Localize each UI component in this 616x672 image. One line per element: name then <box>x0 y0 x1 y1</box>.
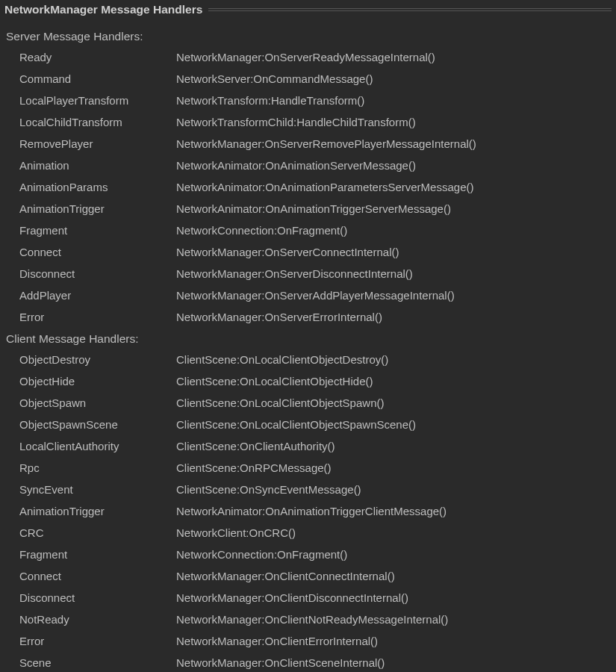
server-label: RemovePlayer <box>19 135 176 153</box>
server-label: LocalPlayerTransform <box>19 92 176 110</box>
header-rule <box>208 8 612 11</box>
server-value: NetworkServer:OnCommandMessage() <box>176 70 373 88</box>
server-row: AnimationTriggerNetworkAnimator:OnAnimat… <box>4 198 612 220</box>
client-value: NetworkAnimator:OnAnimationTriggerClient… <box>176 503 447 520</box>
client-row: AnimationTriggerNetworkAnimator:OnAnimat… <box>4 500 612 522</box>
server-row: LocalChildTransformNetworkTransformChild… <box>4 111 612 133</box>
server-row: AddPlayerNetworkManager:OnServerAddPlaye… <box>4 284 612 306</box>
client-value: NetworkManager:OnClientConnectInternal() <box>176 567 395 585</box>
client-row: ConnectNetworkManager:OnClientConnectInt… <box>4 565 612 587</box>
server-label: Disconnect <box>19 265 176 283</box>
server-value: NetworkManager:OnServerErrorInternal() <box>176 308 382 326</box>
client-row: LocalClientAuthorityClientScene:OnClient… <box>4 435 612 457</box>
server-row: LocalPlayerTransformNetworkTransform:Han… <box>4 90 612 111</box>
client-handlers-list: ObjectDestroyClientScene:OnLocalClientOb… <box>4 349 612 672</box>
server-value: NetworkAnimator:OnAnimationServerMessage… <box>176 157 416 175</box>
server-value: NetworkManager:OnServerReadyMessageInter… <box>176 49 435 66</box>
server-handlers-list: ReadyNetworkManager:OnServerReadyMessage… <box>4 46 612 328</box>
server-value: NetworkConnection:OnFragment() <box>176 222 347 240</box>
server-label: AnimationParams <box>19 178 176 196</box>
client-label: Connect <box>19 567 176 585</box>
server-row: ReadyNetworkManager:OnServerReadyMessage… <box>4 46 612 68</box>
server-value: NetworkAnimator:OnAnimationParametersSer… <box>176 178 473 196</box>
client-label: Rpc <box>19 459 176 477</box>
server-row: AnimationParamsNetworkAnimator:OnAnimati… <box>4 176 612 198</box>
client-value: ClientScene:OnLocalClientObjectSpawnScen… <box>176 416 416 434</box>
client-row: SceneNetworkManager:OnClientSceneInterna… <box>4 652 612 672</box>
server-value: NetworkTransform:HandleTransform() <box>176 92 364 110</box>
server-row: ErrorNetworkManager:OnServerErrorInterna… <box>4 306 612 328</box>
server-label: Animation <box>19 157 176 175</box>
client-value: NetworkManager:OnClientDisconnectInterna… <box>176 589 408 607</box>
client-row: RpcClientScene:OnRPCMessage() <box>4 457 612 479</box>
panel-content: Server Message Handlers: ReadyNetworkMan… <box>0 18 616 672</box>
server-value: NetworkManager:OnServerDisconnectInterna… <box>176 265 413 283</box>
client-value: NetworkClient:OnCRC() <box>176 524 296 542</box>
client-label: CRC <box>19 524 176 542</box>
client-label: ObjectSpawn <box>19 394 176 412</box>
client-value: ClientScene:OnSyncEventMessage() <box>176 481 361 499</box>
server-value: NetworkManager:OnServerRemovePlayerMessa… <box>176 135 476 153</box>
client-row: ObjectSpawnSceneClientScene:OnLocalClien… <box>4 414 612 435</box>
server-row: CommandNetworkServer:OnCommandMessage() <box>4 68 612 90</box>
server-label: LocalChildTransform <box>19 113 176 131</box>
server-row: AnimationNetworkAnimator:OnAnimationServ… <box>4 155 612 176</box>
panel-header: NetworkManager Message Handlers <box>0 0 616 18</box>
server-label: AddPlayer <box>19 287 176 305</box>
client-label: AnimationTrigger <box>19 503 176 520</box>
client-value: ClientScene:OnClientAuthority() <box>176 438 335 455</box>
server-row: ConnectNetworkManager:OnServerConnectInt… <box>4 241 612 263</box>
server-label: AnimationTrigger <box>19 200 176 218</box>
client-value: NetworkManager:OnClientSceneInternal() <box>176 654 385 672</box>
server-label: Command <box>19 70 176 88</box>
client-row: SyncEventClientScene:OnSyncEventMessage(… <box>4 479 612 500</box>
client-row: FragmentNetworkConnection:OnFragment() <box>4 544 612 565</box>
client-value: ClientScene:OnLocalClientObjectHide() <box>176 373 373 391</box>
client-label: LocalClientAuthority <box>19 438 176 455</box>
server-label: Ready <box>19 49 176 66</box>
client-label: ObjectSpawnScene <box>19 416 176 434</box>
server-row: DisconnectNetworkManager:OnServerDisconn… <box>4 263 612 284</box>
client-value: ClientScene:OnLocalClientObjectSpawn() <box>176 394 384 412</box>
client-label: ObjectHide <box>19 373 176 391</box>
client-value: NetworkConnection:OnFragment() <box>176 546 347 564</box>
server-value: NetworkTransformChild:HandleChildTransfo… <box>176 113 416 131</box>
client-value: ClientScene:OnRPCMessage() <box>176 459 332 477</box>
client-label: Error <box>19 632 176 650</box>
client-label: Fragment <box>19 546 176 564</box>
client-row: ErrorNetworkManager:OnClientErrorInterna… <box>4 630 612 652</box>
client-label: Scene <box>19 654 176 672</box>
server-label: Error <box>19 308 176 326</box>
client-value: NetworkManager:OnClientErrorInternal() <box>176 632 378 650</box>
client-row: ObjectDestroyClientScene:OnLocalClientOb… <box>4 349 612 370</box>
client-label: SyncEvent <box>19 481 176 499</box>
client-row: CRCNetworkClient:OnCRC() <box>4 522 612 544</box>
client-row: ObjectSpawnClientScene:OnLocalClientObje… <box>4 392 612 414</box>
client-value: NetworkManager:OnClientNotReadyMessageIn… <box>176 611 448 629</box>
server-value: NetworkAnimator:OnAnimationTriggerServer… <box>176 200 451 218</box>
client-row: NotReadyNetworkManager:OnClientNotReadyM… <box>4 609 612 630</box>
server-row: RemovePlayerNetworkManager:OnServerRemov… <box>4 133 612 155</box>
client-value: ClientScene:OnLocalClientObjectDestroy() <box>176 351 388 369</box>
client-label: NotReady <box>19 611 176 629</box>
client-row: DisconnectNetworkManager:OnClientDisconn… <box>4 587 612 609</box>
client-label: Disconnect <box>19 589 176 607</box>
client-row: ObjectHideClientScene:OnLocalClientObjec… <box>4 370 612 392</box>
server-section-heading: Server Message Handlers: <box>4 28 612 46</box>
client-label: ObjectDestroy <box>19 351 176 369</box>
client-section-heading: Client Message Handlers: <box>4 328 612 349</box>
server-value: NetworkManager:OnServerAddPlayerMessageI… <box>176 287 455 305</box>
panel-title: NetworkManager Message Handlers <box>4 3 202 16</box>
server-label: Connect <box>19 243 176 261</box>
server-label: Fragment <box>19 222 176 240</box>
server-row: FragmentNetworkConnection:OnFragment() <box>4 220 612 241</box>
server-value: NetworkManager:OnServerConnectInternal() <box>176 243 399 261</box>
